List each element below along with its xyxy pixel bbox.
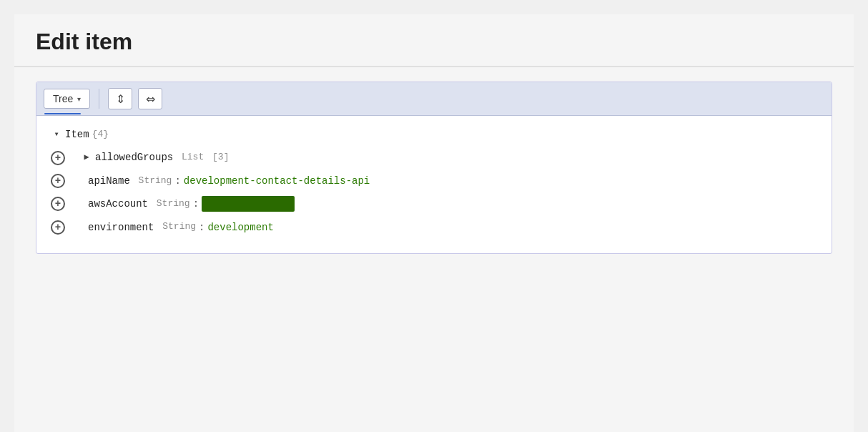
page-header: Edit item: [14, 14, 854, 67]
root-count: {4}: [92, 127, 109, 142]
environment-key: environment: [88, 220, 154, 235]
collapse-all-icon: ⇔: [146, 92, 155, 106]
add-item-icon-awsAccount[interactable]: +: [51, 197, 65, 211]
tree-root-row: ▾ Item {4}: [51, 123, 817, 146]
allowedGroups-type: List: [176, 150, 204, 165]
awsAccount-key: awsAccount: [88, 196, 148, 212]
expand-all-icon: ⇕: [116, 92, 125, 106]
expand-all-button[interactable]: ⇕: [108, 88, 132, 109]
awsAccount-type: String: [151, 197, 190, 212]
allowedGroups-expand-icon[interactable]: ▶: [81, 151, 92, 165]
editor-panel: Tree ▾ ⇕ ⇔ ▾ Item {4}: [36, 82, 832, 254]
page-container: Edit item Tree ▾ ⇕ ⇔: [14, 14, 854, 432]
tree-content: ▾ Item {4} + ▶ allowedGroups List [3] +: [36, 116, 832, 253]
collapse-all-button[interactable]: ⇔: [138, 88, 162, 109]
apiName-value[interactable]: development-contact-details-api: [184, 173, 370, 189]
page-title: Edit item: [36, 29, 832, 55]
add-item-icon-environment[interactable]: +: [51, 220, 65, 235]
chevron-down-icon: ▾: [77, 95, 81, 103]
tree-view-dropdown[interactable]: Tree ▾: [44, 89, 90, 109]
list-item: + environment String : development: [51, 216, 817, 239]
apiName-type: String: [133, 174, 172, 189]
awsAccount-value-redacted[interactable]: [202, 196, 295, 212]
allowedGroups-count: [3]: [207, 150, 229, 165]
root-collapse-icon[interactable]: ▾: [51, 128, 62, 142]
content-area: Tree ▾ ⇕ ⇔ ▾ Item {4}: [14, 67, 854, 432]
list-item: + awsAccount String :: [51, 192, 817, 215]
apiName-key: apiName: [88, 173, 130, 189]
list-item: + ▶ allowedGroups List [3]: [51, 146, 817, 169]
add-item-icon-apiName[interactable]: +: [51, 174, 65, 188]
environment-type: String: [157, 220, 196, 235]
toolbar-separator: [99, 89, 99, 109]
list-item: + apiName String : development-contact-d…: [51, 170, 817, 192]
tree-view-label: Tree: [53, 93, 73, 104]
add-item-icon-allowedGroups[interactable]: +: [51, 151, 65, 165]
root-key: Item: [65, 127, 89, 142]
allowedGroups-key: allowedGroups: [95, 149, 173, 165]
editor-toolbar: Tree ▾ ⇕ ⇔: [36, 82, 832, 116]
environment-value[interactable]: development: [207, 220, 273, 235]
